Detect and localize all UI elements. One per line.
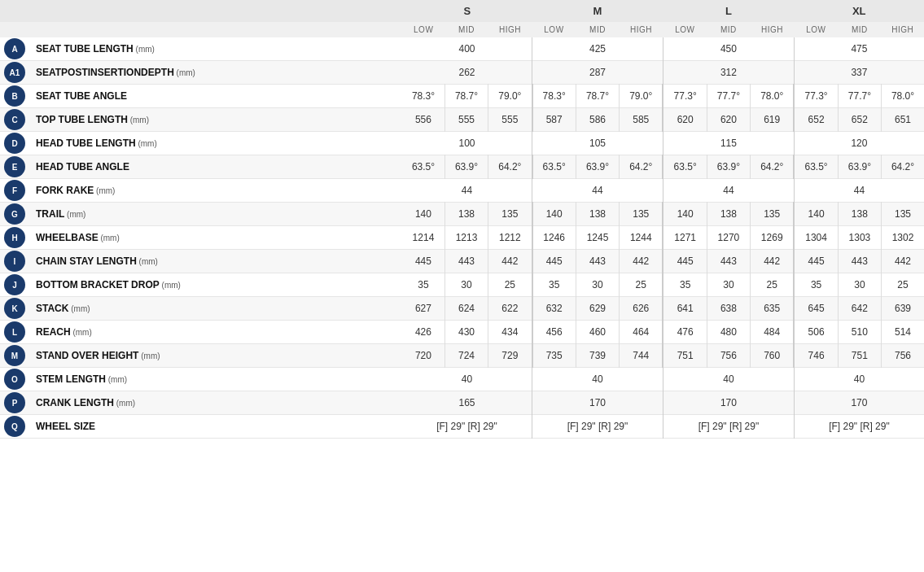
row-value-triple: 645 (794, 297, 838, 321)
l-high: HIGH (751, 22, 795, 37)
row-value-triple: 78.7° (576, 85, 619, 108)
row-label-cell: STACK (mm) (29, 297, 402, 321)
table-row: ICHAIN STAY LENGTH (mm)44544344244544344… (0, 250, 924, 273)
row-badge: F (0, 179, 29, 203)
row-value-triple: 641 (663, 297, 707, 321)
row-value-triple: 586 (576, 108, 619, 132)
s-mid: MID (444, 22, 488, 37)
row-value-triple: 25 (881, 273, 924, 297)
row-value-single: 40 (663, 368, 794, 391)
row-badge: I (0, 250, 29, 273)
table-row: OSTEM LENGTH (mm)40404040 (0, 368, 924, 391)
row-value-triple: 1214 (402, 226, 444, 250)
row-value-single: 425 (532, 37, 663, 61)
row-value-triple: 64.2° (620, 155, 663, 179)
row-value-triple: 638 (707, 297, 750, 321)
row-value-triple: 78.3° (402, 85, 444, 108)
row-value-single: 170 (532, 391, 663, 415)
row-value-triple: 556 (402, 108, 444, 132)
table-row: HWHEELBASE (mm)1214121312121246124512441… (0, 226, 924, 250)
row-value-triple: 443 (838, 250, 881, 273)
row-value-triple: 739 (576, 344, 619, 368)
row-value-triple: 627 (402, 297, 444, 321)
sublabel-header-row: LOW MID HIGH LOW MID HIGH LOW MID HIGH L… (0, 22, 924, 37)
row-value-triple: 78.7° (444, 85, 488, 108)
row-value-triple: 25 (620, 273, 663, 297)
row-value-triple: 620 (707, 108, 750, 132)
xl-high: HIGH (881, 22, 924, 37)
row-value-triple: 652 (838, 108, 881, 132)
size-l-header: L (663, 0, 794, 22)
row-label-cell: REACH (mm) (29, 321, 402, 344)
s-high: HIGH (488, 22, 532, 37)
table-row: FFORK RAKE (mm)44444444 (0, 179, 924, 203)
row-badge: E (0, 155, 29, 179)
row-value-triple: 1245 (576, 226, 619, 250)
table-row: GTRAIL (mm)14013813514013813514013813514… (0, 203, 924, 226)
row-value-triple: 1244 (620, 226, 663, 250)
row-value-triple: 756 (707, 344, 750, 368)
row-badge: G (0, 203, 29, 226)
s-low: LOW (402, 22, 444, 37)
row-value-single: 170 (663, 391, 794, 415)
row-label-cell: WHEEL SIZE (29, 415, 402, 439)
row-value-triple: 138 (444, 203, 488, 226)
row-value-triple: 443 (576, 250, 619, 273)
row-label-cell: HEAD TUBE LENGTH (mm) (29, 132, 402, 155)
row-value-single: 105 (532, 132, 663, 155)
row-value-single: 312 (663, 61, 794, 85)
row-badge: M (0, 344, 29, 368)
row-value-triple: 1271 (663, 226, 707, 250)
row-value-triple: 555 (488, 108, 532, 132)
row-value-triple: 63.5° (663, 155, 707, 179)
row-value-triple: 443 (707, 250, 750, 273)
l-mid: MID (707, 22, 750, 37)
row-value-triple: 35 (402, 273, 444, 297)
size-m-header: M (532, 0, 663, 22)
row-badge: L (0, 321, 29, 344)
label-header (29, 0, 402, 22)
row-value-triple: 79.0° (488, 85, 532, 108)
row-badge: C (0, 108, 29, 132)
row-value-triple: 1212 (488, 226, 532, 250)
row-value-single: 287 (532, 61, 663, 85)
row-value-triple: 555 (444, 108, 488, 132)
row-value-triple: 64.2° (881, 155, 924, 179)
l-low: LOW (663, 22, 707, 37)
row-value-triple: 480 (707, 321, 750, 344)
table-row: ASEAT TUBE LENGTH (mm)400425450475 (0, 37, 924, 61)
size-header-row: S M L XL (0, 0, 924, 22)
row-label-cell: TRAIL (mm) (29, 203, 402, 226)
sublabel-label (29, 22, 402, 37)
row-value-triple: 620 (663, 108, 707, 132)
row-value-triple: 746 (794, 344, 838, 368)
row-value-triple: 442 (488, 250, 532, 273)
row-value-triple: 135 (620, 203, 663, 226)
row-value-single: 120 (794, 132, 924, 155)
row-value-triple: 639 (881, 297, 924, 321)
row-value-triple: 63.9° (444, 155, 488, 179)
row-value-triple: 735 (532, 344, 576, 368)
row-badge: O (0, 368, 29, 391)
m-high: HIGH (620, 22, 663, 37)
row-value-triple: 751 (838, 344, 881, 368)
row-value-triple: 35 (794, 273, 838, 297)
row-value-single: 44 (532, 179, 663, 203)
row-value-triple: 442 (620, 250, 663, 273)
row-badge: D (0, 132, 29, 155)
badge-header (0, 0, 29, 22)
row-badge: A (0, 37, 29, 61)
row-badge: Q (0, 415, 29, 439)
row-value-single: [F] 29" [R] 29" (794, 415, 924, 439)
table-row: PCRANK LENGTH (mm)165170170170 (0, 391, 924, 415)
row-value-triple: 464 (620, 321, 663, 344)
row-value-triple: 445 (794, 250, 838, 273)
row-value-triple: 64.2° (751, 155, 795, 179)
row-value-triple: 140 (402, 203, 444, 226)
row-label-cell: STAND OVER HEIGHT (mm) (29, 344, 402, 368)
row-value-triple: 619 (751, 108, 795, 132)
row-value-triple: 585 (620, 108, 663, 132)
row-value-triple: 632 (532, 297, 576, 321)
row-value-single: [F] 29" [R] 29" (402, 415, 532, 439)
size-xl-header: XL (794, 0, 924, 22)
